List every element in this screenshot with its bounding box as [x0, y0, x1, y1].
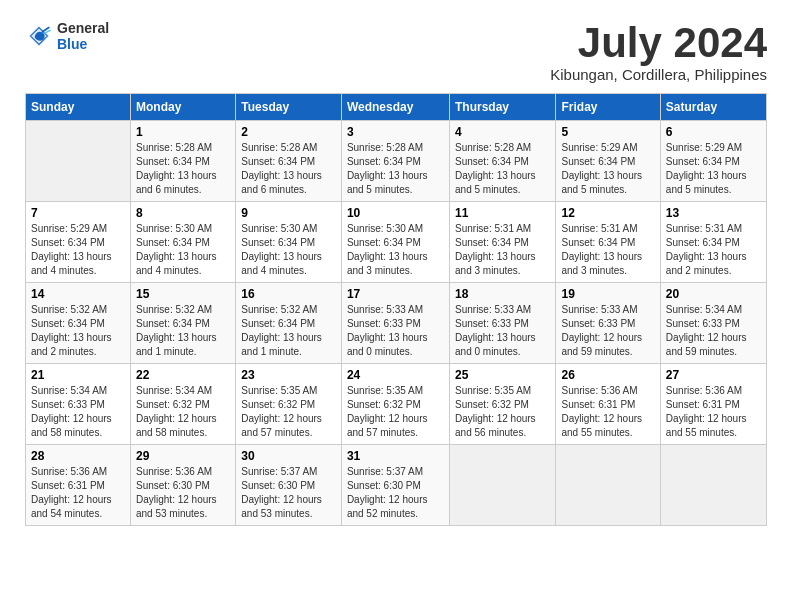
- weekday-header-monday: Monday: [131, 94, 236, 121]
- weekday-header-thursday: Thursday: [450, 94, 556, 121]
- day-number: 5: [561, 125, 654, 139]
- weekday-header-sunday: Sunday: [26, 94, 131, 121]
- calendar-cell: 29Sunrise: 5:36 AM Sunset: 6:30 PM Dayli…: [131, 445, 236, 526]
- calendar-cell: 18Sunrise: 5:33 AM Sunset: 6:33 PM Dayli…: [450, 283, 556, 364]
- day-info: Sunrise: 5:31 AM Sunset: 6:34 PM Dayligh…: [666, 222, 761, 278]
- day-number: 11: [455, 206, 550, 220]
- month-title: July 2024: [550, 20, 767, 66]
- calendar-table: SundayMondayTuesdayWednesdayThursdayFrid…: [25, 93, 767, 526]
- day-number: 4: [455, 125, 550, 139]
- day-number: 30: [241, 449, 336, 463]
- day-info: Sunrise: 5:34 AM Sunset: 6:33 PM Dayligh…: [31, 384, 125, 440]
- weekday-header-saturday: Saturday: [660, 94, 766, 121]
- calendar-cell: 25Sunrise: 5:35 AM Sunset: 6:32 PM Dayli…: [450, 364, 556, 445]
- day-info: Sunrise: 5:30 AM Sunset: 6:34 PM Dayligh…: [347, 222, 444, 278]
- day-number: 9: [241, 206, 336, 220]
- calendar-cell: 9Sunrise: 5:30 AM Sunset: 6:34 PM Daylig…: [236, 202, 342, 283]
- day-info: Sunrise: 5:37 AM Sunset: 6:30 PM Dayligh…: [347, 465, 444, 521]
- calendar-cell: [26, 121, 131, 202]
- day-number: 19: [561, 287, 654, 301]
- weekday-header-tuesday: Tuesday: [236, 94, 342, 121]
- day-number: 25: [455, 368, 550, 382]
- day-info: Sunrise: 5:33 AM Sunset: 6:33 PM Dayligh…: [455, 303, 550, 359]
- day-info: Sunrise: 5:28 AM Sunset: 6:34 PM Dayligh…: [136, 141, 230, 197]
- day-info: Sunrise: 5:30 AM Sunset: 6:34 PM Dayligh…: [241, 222, 336, 278]
- calendar-cell: 17Sunrise: 5:33 AM Sunset: 6:33 PM Dayli…: [341, 283, 449, 364]
- day-info: Sunrise: 5:29 AM Sunset: 6:34 PM Dayligh…: [31, 222, 125, 278]
- day-number: 12: [561, 206, 654, 220]
- day-number: 2: [241, 125, 336, 139]
- day-number: 26: [561, 368, 654, 382]
- day-number: 17: [347, 287, 444, 301]
- calendar-cell: 13Sunrise: 5:31 AM Sunset: 6:34 PM Dayli…: [660, 202, 766, 283]
- weekday-header-row: SundayMondayTuesdayWednesdayThursdayFrid…: [26, 94, 767, 121]
- day-number: 22: [136, 368, 230, 382]
- calendar-week-row: 7Sunrise: 5:29 AM Sunset: 6:34 PM Daylig…: [26, 202, 767, 283]
- calendar-cell: 27Sunrise: 5:36 AM Sunset: 6:31 PM Dayli…: [660, 364, 766, 445]
- day-number: 16: [241, 287, 336, 301]
- day-info: Sunrise: 5:35 AM Sunset: 6:32 PM Dayligh…: [241, 384, 336, 440]
- calendar-cell: 21Sunrise: 5:34 AM Sunset: 6:33 PM Dayli…: [26, 364, 131, 445]
- day-number: 6: [666, 125, 761, 139]
- day-number: 10: [347, 206, 444, 220]
- day-info: Sunrise: 5:30 AM Sunset: 6:34 PM Dayligh…: [136, 222, 230, 278]
- day-number: 24: [347, 368, 444, 382]
- logo-blue-text: Blue: [57, 36, 109, 52]
- calendar-cell: 6Sunrise: 5:29 AM Sunset: 6:34 PM Daylig…: [660, 121, 766, 202]
- location: Kibungan, Cordillera, Philippines: [550, 66, 767, 83]
- calendar-cell: 10Sunrise: 5:30 AM Sunset: 6:34 PM Dayli…: [341, 202, 449, 283]
- day-info: Sunrise: 5:29 AM Sunset: 6:34 PM Dayligh…: [666, 141, 761, 197]
- day-info: Sunrise: 5:31 AM Sunset: 6:34 PM Dayligh…: [561, 222, 654, 278]
- calendar-cell: 1Sunrise: 5:28 AM Sunset: 6:34 PM Daylig…: [131, 121, 236, 202]
- calendar-cell: 4Sunrise: 5:28 AM Sunset: 6:34 PM Daylig…: [450, 121, 556, 202]
- day-number: 7: [31, 206, 125, 220]
- day-number: 8: [136, 206, 230, 220]
- calendar-cell: 7Sunrise: 5:29 AM Sunset: 6:34 PM Daylig…: [26, 202, 131, 283]
- calendar-cell: 5Sunrise: 5:29 AM Sunset: 6:34 PM Daylig…: [556, 121, 660, 202]
- calendar-cell: 26Sunrise: 5:36 AM Sunset: 6:31 PM Dayli…: [556, 364, 660, 445]
- calendar-cell: 8Sunrise: 5:30 AM Sunset: 6:34 PM Daylig…: [131, 202, 236, 283]
- day-number: 18: [455, 287, 550, 301]
- day-info: Sunrise: 5:28 AM Sunset: 6:34 PM Dayligh…: [455, 141, 550, 197]
- day-number: 13: [666, 206, 761, 220]
- calendar-cell: 24Sunrise: 5:35 AM Sunset: 6:32 PM Dayli…: [341, 364, 449, 445]
- day-info: Sunrise: 5:35 AM Sunset: 6:32 PM Dayligh…: [347, 384, 444, 440]
- weekday-header-wednesday: Wednesday: [341, 94, 449, 121]
- day-number: 23: [241, 368, 336, 382]
- calendar-cell: 16Sunrise: 5:32 AM Sunset: 6:34 PM Dayli…: [236, 283, 342, 364]
- calendar-cell: 23Sunrise: 5:35 AM Sunset: 6:32 PM Dayli…: [236, 364, 342, 445]
- day-number: 31: [347, 449, 444, 463]
- logo-text: General Blue: [57, 20, 109, 52]
- calendar-week-row: 14Sunrise: 5:32 AM Sunset: 6:34 PM Dayli…: [26, 283, 767, 364]
- logo-general-text: General: [57, 20, 109, 36]
- calendar-week-row: 1Sunrise: 5:28 AM Sunset: 6:34 PM Daylig…: [26, 121, 767, 202]
- day-info: Sunrise: 5:33 AM Sunset: 6:33 PM Dayligh…: [347, 303, 444, 359]
- day-info: Sunrise: 5:28 AM Sunset: 6:34 PM Dayligh…: [241, 141, 336, 197]
- calendar-week-row: 21Sunrise: 5:34 AM Sunset: 6:33 PM Dayli…: [26, 364, 767, 445]
- calendar-cell: 14Sunrise: 5:32 AM Sunset: 6:34 PM Dayli…: [26, 283, 131, 364]
- day-number: 20: [666, 287, 761, 301]
- day-number: 14: [31, 287, 125, 301]
- calendar-cell: 11Sunrise: 5:31 AM Sunset: 6:34 PM Dayli…: [450, 202, 556, 283]
- calendar-cell: 31Sunrise: 5:37 AM Sunset: 6:30 PM Dayli…: [341, 445, 449, 526]
- weekday-header-friday: Friday: [556, 94, 660, 121]
- logo: General Blue: [25, 20, 109, 52]
- day-number: 28: [31, 449, 125, 463]
- day-number: 1: [136, 125, 230, 139]
- day-info: Sunrise: 5:28 AM Sunset: 6:34 PM Dayligh…: [347, 141, 444, 197]
- calendar-cell: [660, 445, 766, 526]
- day-info: Sunrise: 5:36 AM Sunset: 6:31 PM Dayligh…: [561, 384, 654, 440]
- day-number: 21: [31, 368, 125, 382]
- calendar-cell: [450, 445, 556, 526]
- day-info: Sunrise: 5:33 AM Sunset: 6:33 PM Dayligh…: [561, 303, 654, 359]
- logo-icon: [25, 22, 53, 50]
- calendar-cell: 2Sunrise: 5:28 AM Sunset: 6:34 PM Daylig…: [236, 121, 342, 202]
- calendar-cell: [556, 445, 660, 526]
- calendar-week-row: 28Sunrise: 5:36 AM Sunset: 6:31 PM Dayli…: [26, 445, 767, 526]
- day-info: Sunrise: 5:37 AM Sunset: 6:30 PM Dayligh…: [241, 465, 336, 521]
- day-info: Sunrise: 5:32 AM Sunset: 6:34 PM Dayligh…: [136, 303, 230, 359]
- calendar-cell: 15Sunrise: 5:32 AM Sunset: 6:34 PM Dayli…: [131, 283, 236, 364]
- calendar-cell: 22Sunrise: 5:34 AM Sunset: 6:32 PM Dayli…: [131, 364, 236, 445]
- title-block: July 2024 Kibungan, Cordillera, Philippi…: [550, 20, 767, 83]
- day-info: Sunrise: 5:36 AM Sunset: 6:31 PM Dayligh…: [31, 465, 125, 521]
